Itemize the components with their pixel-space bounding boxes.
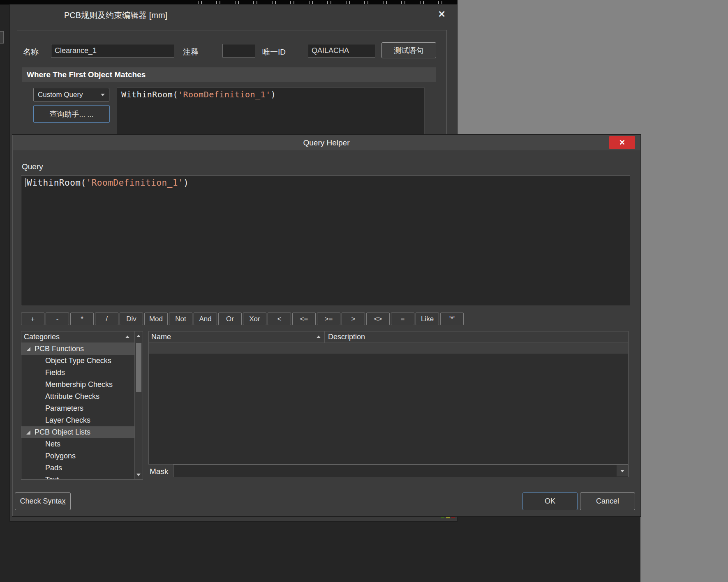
chevron-down-icon <box>620 470 624 472</box>
category-item-pcb-object-lists[interactable]: PCB Object Lists <box>21 426 134 438</box>
comment-input[interactable] <box>222 44 255 58</box>
scope-type-value: Custom Query <box>38 91 101 99</box>
text-caret <box>25 178 26 187</box>
category-item-layer-checks[interactable]: Layer Checks <box>21 414 134 426</box>
category-item-fields[interactable]: Fields <box>21 367 134 379</box>
category-label: Text <box>45 476 59 480</box>
operator-mod-button[interactable]: Mod <box>144 313 168 325</box>
category-item-pads[interactable]: Pads <box>21 462 134 474</box>
operator-not-button[interactable]: Not <box>169 313 192 325</box>
mask-label: Mask <box>150 467 168 476</box>
category-item-membership-checks[interactable]: Membership Checks <box>21 379 134 391</box>
operator-le-button[interactable]: <= <box>292 313 316 325</box>
category-item-parameters[interactable]: Parameters <box>21 403 134 414</box>
test-query-button[interactable]: 测试语句 <box>381 42 436 58</box>
operator-minus-button[interactable]: - <box>46 313 69 325</box>
expanded-node-icon[interactable] <box>26 430 30 435</box>
check-syntax-accelerator: x <box>62 497 66 506</box>
category-label: Fields <box>45 368 65 377</box>
category-label: PCB Functions <box>35 345 84 353</box>
category-item-object-type-checks[interactable]: Object Type Checks <box>21 355 134 367</box>
ok-button[interactable]: OK <box>522 492 578 510</box>
desktop-gray-right <box>640 135 728 582</box>
unique-id-label: 唯一ID <box>262 47 286 58</box>
cancel-label: Cancel <box>596 497 619 506</box>
query-helper-button-label: 查询助手... ... <box>49 109 93 119</box>
operator-div-button[interactable]: Div <box>120 313 143 325</box>
operator-multiply-button[interactable]: * <box>70 313 94 325</box>
categories-header[interactable]: Categories <box>21 331 143 343</box>
operator-wildcard-button[interactable]: '*' <box>440 313 464 325</box>
query-string-text: 'RoomDefinition_1' <box>86 178 184 188</box>
name-column-header[interactable]: Name <box>151 331 171 343</box>
results-header-row: Name Description <box>149 331 628 343</box>
query-editor-area[interactable]: WithinRoom('RoomDefinition_1') <box>21 175 630 306</box>
categories-header-label: Categories <box>24 333 60 341</box>
category-label: Membership Checks <box>45 380 113 389</box>
operator-divide-button[interactable]: / <box>95 313 118 325</box>
operator-plus-button[interactable]: + <box>21 313 44 325</box>
operator-gt-button[interactable]: > <box>342 313 365 325</box>
scrollbar-thumb[interactable] <box>136 343 141 392</box>
query-close-paren: ) <box>271 90 276 99</box>
check-syntax-label: Check Synta <box>20 497 62 506</box>
category-item-attribute-checks[interactable]: Attribute Checks <box>21 391 134 403</box>
query-helper-title: Query Helper <box>13 135 640 150</box>
query-helper-button[interactable]: 查询助手... ... <box>33 105 110 123</box>
desktop-gray-top <box>458 0 728 135</box>
clipped-toolbar-icons <box>187 1 454 4</box>
sort-ascending-icon <box>125 336 129 338</box>
window-close-icon[interactable]: ✕ <box>438 9 446 20</box>
expanded-node-icon[interactable] <box>26 347 30 351</box>
operator-or-button[interactable]: Or <box>218 313 242 325</box>
editor-window-title: PCB规则及约束编辑器 [mm] <box>64 5 167 26</box>
first-object-matches-header: Where The First Object Matches <box>22 67 436 82</box>
operator-ne-button[interactable]: <> <box>366 313 390 325</box>
chevron-down-icon <box>101 94 105 96</box>
category-item-nets[interactable]: Nets <box>21 438 134 450</box>
operator-and-button[interactable]: And <box>194 313 217 325</box>
scope-type-dropdown[interactable]: Custom Query <box>33 88 109 101</box>
editor-title-bar[interactable]: PCB规则及约束编辑器 [mm] ✕ <box>10 5 457 26</box>
comment-label: 注释 <box>183 47 199 58</box>
name-label: 名称 <box>23 47 39 58</box>
category-item-text-clipped[interactable]: Text <box>21 474 134 480</box>
operator-like-button[interactable]: Like <box>416 313 439 325</box>
category-label: Nets <box>45 440 60 449</box>
operator-xor-button[interactable]: Xor <box>243 313 266 325</box>
mask-dropdown-button[interactable] <box>617 465 628 476</box>
category-label: Attribute Checks <box>45 392 99 401</box>
category-item-pcb-functions[interactable]: PCB Functions <box>21 343 134 355</box>
scroll-up-icon[interactable] <box>136 335 141 337</box>
category-label: Object Type Checks <box>45 357 111 365</box>
category-label: PCB Object Lists <box>35 428 90 437</box>
check-syntax-button[interactable]: Check Syntax <box>15 492 71 510</box>
scroll-down-icon[interactable] <box>136 474 141 476</box>
cancel-button[interactable]: Cancel <box>580 492 635 510</box>
sort-ascending-icon <box>317 336 321 338</box>
category-label: Pads <box>45 464 62 472</box>
categories-panel: Categories PCB Functions Object Type Che… <box>21 331 143 480</box>
operator-lt-button[interactable]: < <box>268 313 291 325</box>
operator-ge-button[interactable]: >= <box>317 313 340 325</box>
unique-id-input[interactable] <box>308 44 375 58</box>
name-input[interactable] <box>51 44 174 58</box>
query-helper-title-bar[interactable]: Query Helper ✕ <box>13 135 640 150</box>
category-label: Parameters <box>45 404 83 413</box>
close-icon: ✕ <box>619 138 625 147</box>
column-divider[interactable] <box>324 331 325 343</box>
category-label: Polygons <box>45 452 76 460</box>
ok-label: OK <box>545 497 555 506</box>
operator-eq-button[interactable]: = <box>391 313 414 325</box>
results-selected-row[interactable] <box>149 343 628 354</box>
description-column-header[interactable]: Description <box>328 331 365 343</box>
query-close-paren: ) <box>183 178 189 188</box>
categories-scrollbar[interactable] <box>134 331 143 479</box>
dialog-close-button[interactable]: ✕ <box>609 136 635 149</box>
editor-scope-query-display[interactable]: WithinRoom('RoomDefinition_1') <box>117 87 425 137</box>
category-item-polygons[interactable]: Polygons <box>21 450 134 462</box>
mask-combobox[interactable] <box>173 465 629 477</box>
query-label: Query <box>22 162 43 171</box>
query-function-text: WithinRoom( <box>121 90 178 99</box>
query-string-text: 'RoomDefinition_1' <box>178 90 271 99</box>
